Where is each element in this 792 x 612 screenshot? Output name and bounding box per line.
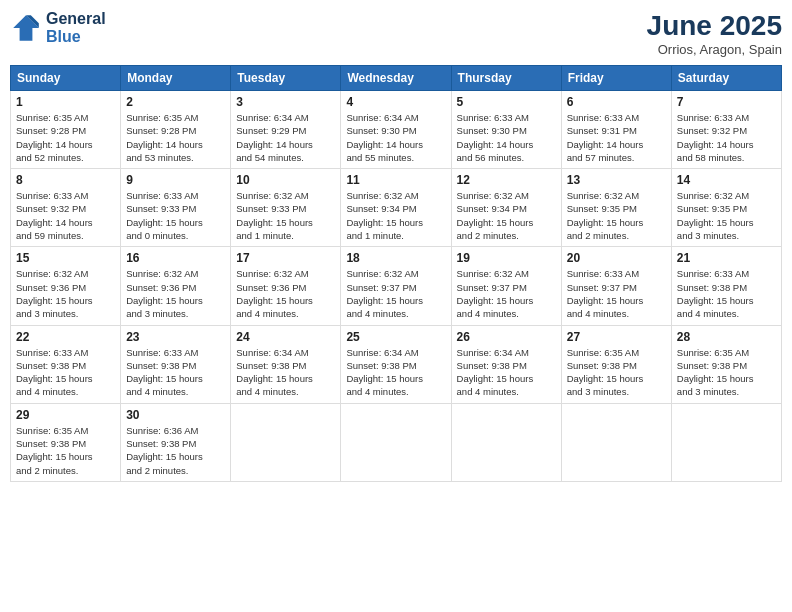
calendar-cell: 25Sunrise: 6:34 AMSunset: 9:38 PMDayligh… [341, 325, 451, 403]
day-number: 13 [567, 173, 666, 187]
calendar-cell [231, 403, 341, 481]
day-info: Sunrise: 6:33 AMSunset: 9:31 PMDaylight:… [567, 111, 666, 164]
day-number: 2 [126, 95, 225, 109]
day-number: 26 [457, 330, 556, 344]
day-info: Sunrise: 6:35 AMSunset: 9:38 PMDaylight:… [677, 346, 776, 399]
day-number: 18 [346, 251, 445, 265]
calendar-cell: 22Sunrise: 6:33 AMSunset: 9:38 PMDayligh… [11, 325, 121, 403]
calendar-cell: 16Sunrise: 6:32 AMSunset: 9:36 PMDayligh… [121, 247, 231, 325]
day-info: Sunrise: 6:33 AMSunset: 9:38 PMDaylight:… [126, 346, 225, 399]
day-info: Sunrise: 6:33 AMSunset: 9:38 PMDaylight:… [16, 346, 115, 399]
calendar-cell: 20Sunrise: 6:33 AMSunset: 9:37 PMDayligh… [561, 247, 671, 325]
calendar-cell: 23Sunrise: 6:33 AMSunset: 9:38 PMDayligh… [121, 325, 231, 403]
day-info: Sunrise: 6:32 AMSunset: 9:33 PMDaylight:… [236, 189, 335, 242]
calendar-cell: 27Sunrise: 6:35 AMSunset: 9:38 PMDayligh… [561, 325, 671, 403]
day-number: 10 [236, 173, 335, 187]
calendar-cell [671, 403, 781, 481]
calendar-cell: 9Sunrise: 6:33 AMSunset: 9:33 PMDaylight… [121, 169, 231, 247]
day-info: Sunrise: 6:33 AMSunset: 9:30 PMDaylight:… [457, 111, 556, 164]
day-info: Sunrise: 6:32 AMSunset: 9:37 PMDaylight:… [346, 267, 445, 320]
weekday-header-monday: Monday [121, 66, 231, 91]
weekday-header-sunday: Sunday [11, 66, 121, 91]
svg-marker-0 [13, 15, 39, 41]
day-number: 9 [126, 173, 225, 187]
calendar-cell: 10Sunrise: 6:32 AMSunset: 9:33 PMDayligh… [231, 169, 341, 247]
day-number: 3 [236, 95, 335, 109]
logo-icon [10, 12, 42, 44]
day-info: Sunrise: 6:33 AMSunset: 9:38 PMDaylight:… [677, 267, 776, 320]
calendar-cell: 7Sunrise: 6:33 AMSunset: 9:32 PMDaylight… [671, 91, 781, 169]
day-info: Sunrise: 6:32 AMSunset: 9:36 PMDaylight:… [236, 267, 335, 320]
day-number: 28 [677, 330, 776, 344]
page: General Blue June 2025 Orrios, Aragon, S… [0, 0, 792, 612]
day-info: Sunrise: 6:34 AMSunset: 9:38 PMDaylight:… [346, 346, 445, 399]
day-info: Sunrise: 6:34 AMSunset: 9:38 PMDaylight:… [457, 346, 556, 399]
calendar-cell: 1Sunrise: 6:35 AMSunset: 9:28 PMDaylight… [11, 91, 121, 169]
day-number: 1 [16, 95, 115, 109]
calendar-cell: 24Sunrise: 6:34 AMSunset: 9:38 PMDayligh… [231, 325, 341, 403]
logo-text: General Blue [46, 10, 106, 45]
day-number: 14 [677, 173, 776, 187]
weekday-header-saturday: Saturday [671, 66, 781, 91]
calendar-cell: 2Sunrise: 6:35 AMSunset: 9:28 PMDaylight… [121, 91, 231, 169]
calendar-cell: 21Sunrise: 6:33 AMSunset: 9:38 PMDayligh… [671, 247, 781, 325]
weekday-header-friday: Friday [561, 66, 671, 91]
day-info: Sunrise: 6:32 AMSunset: 9:36 PMDaylight:… [126, 267, 225, 320]
calendar-body: 1Sunrise: 6:35 AMSunset: 9:28 PMDaylight… [11, 91, 782, 482]
calendar-table: SundayMondayTuesdayWednesdayThursdayFrid… [10, 65, 782, 482]
day-info: Sunrise: 6:35 AMSunset: 9:28 PMDaylight:… [126, 111, 225, 164]
day-info: Sunrise: 6:34 AMSunset: 9:29 PMDaylight:… [236, 111, 335, 164]
calendar-cell: 5Sunrise: 6:33 AMSunset: 9:30 PMDaylight… [451, 91, 561, 169]
day-number: 25 [346, 330, 445, 344]
day-info: Sunrise: 6:33 AMSunset: 9:33 PMDaylight:… [126, 189, 225, 242]
calendar-cell: 29Sunrise: 6:35 AMSunset: 9:38 PMDayligh… [11, 403, 121, 481]
day-info: Sunrise: 6:32 AMSunset: 9:35 PMDaylight:… [677, 189, 776, 242]
calendar-cell: 30Sunrise: 6:36 AMSunset: 9:38 PMDayligh… [121, 403, 231, 481]
calendar-cell: 14Sunrise: 6:32 AMSunset: 9:35 PMDayligh… [671, 169, 781, 247]
logo: General Blue [10, 10, 106, 45]
calendar-cell: 19Sunrise: 6:32 AMSunset: 9:37 PMDayligh… [451, 247, 561, 325]
calendar-week-row: 15Sunrise: 6:32 AMSunset: 9:36 PMDayligh… [11, 247, 782, 325]
day-number: 11 [346, 173, 445, 187]
calendar-cell: 3Sunrise: 6:34 AMSunset: 9:29 PMDaylight… [231, 91, 341, 169]
calendar-week-row: 8Sunrise: 6:33 AMSunset: 9:32 PMDaylight… [11, 169, 782, 247]
day-info: Sunrise: 6:32 AMSunset: 9:35 PMDaylight:… [567, 189, 666, 242]
day-number: 19 [457, 251, 556, 265]
day-info: Sunrise: 6:34 AMSunset: 9:38 PMDaylight:… [236, 346, 335, 399]
day-info: Sunrise: 6:35 AMSunset: 9:28 PMDaylight:… [16, 111, 115, 164]
calendar-cell [341, 403, 451, 481]
main-title: June 2025 [647, 10, 782, 42]
day-number: 22 [16, 330, 115, 344]
header: General Blue June 2025 Orrios, Aragon, S… [10, 10, 782, 57]
calendar-cell: 13Sunrise: 6:32 AMSunset: 9:35 PMDayligh… [561, 169, 671, 247]
day-info: Sunrise: 6:33 AMSunset: 9:37 PMDaylight:… [567, 267, 666, 320]
calendar-cell [561, 403, 671, 481]
day-info: Sunrise: 6:32 AMSunset: 9:34 PMDaylight:… [346, 189, 445, 242]
calendar-cell: 4Sunrise: 6:34 AMSunset: 9:30 PMDaylight… [341, 91, 451, 169]
calendar-week-row: 22Sunrise: 6:33 AMSunset: 9:38 PMDayligh… [11, 325, 782, 403]
calendar-cell: 12Sunrise: 6:32 AMSunset: 9:34 PMDayligh… [451, 169, 561, 247]
day-number: 20 [567, 251, 666, 265]
day-info: Sunrise: 6:32 AMSunset: 9:34 PMDaylight:… [457, 189, 556, 242]
weekday-header-thursday: Thursday [451, 66, 561, 91]
calendar-cell: 6Sunrise: 6:33 AMSunset: 9:31 PMDaylight… [561, 91, 671, 169]
day-number: 24 [236, 330, 335, 344]
day-info: Sunrise: 6:34 AMSunset: 9:30 PMDaylight:… [346, 111, 445, 164]
day-number: 21 [677, 251, 776, 265]
calendar-cell: 28Sunrise: 6:35 AMSunset: 9:38 PMDayligh… [671, 325, 781, 403]
subtitle: Orrios, Aragon, Spain [647, 42, 782, 57]
day-number: 4 [346, 95, 445, 109]
day-number: 15 [16, 251, 115, 265]
day-number: 16 [126, 251, 225, 265]
calendar-cell: 26Sunrise: 6:34 AMSunset: 9:38 PMDayligh… [451, 325, 561, 403]
day-info: Sunrise: 6:32 AMSunset: 9:37 PMDaylight:… [457, 267, 556, 320]
day-info: Sunrise: 6:35 AMSunset: 9:38 PMDaylight:… [16, 424, 115, 477]
calendar-cell: 8Sunrise: 6:33 AMSunset: 9:32 PMDaylight… [11, 169, 121, 247]
day-info: Sunrise: 6:36 AMSunset: 9:38 PMDaylight:… [126, 424, 225, 477]
calendar-cell: 11Sunrise: 6:32 AMSunset: 9:34 PMDayligh… [341, 169, 451, 247]
weekday-header-tuesday: Tuesday [231, 66, 341, 91]
day-info: Sunrise: 6:33 AMSunset: 9:32 PMDaylight:… [677, 111, 776, 164]
day-info: Sunrise: 6:32 AMSunset: 9:36 PMDaylight:… [16, 267, 115, 320]
day-number: 23 [126, 330, 225, 344]
weekday-header-wednesday: Wednesday [341, 66, 451, 91]
